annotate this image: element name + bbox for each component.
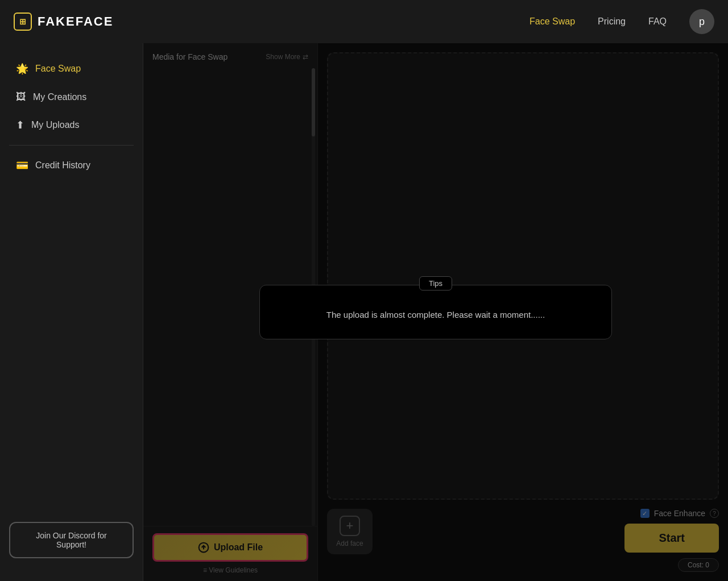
sidebar-item-my-uploads[interactable]: ⬆ My Uploads bbox=[9, 111, 134, 139]
discord-button[interactable]: Join Our Discord for Support! bbox=[9, 522, 134, 558]
tips-modal-header: Tips bbox=[419, 276, 452, 290]
sidebar-item-credit-history[interactable]: 💳 Credit History bbox=[9, 151, 134, 180]
main-layout: 🌟 Face Swap 🖼 My Creations ⬆ My Uploads … bbox=[0, 43, 728, 581]
sidebar-item-face-swap[interactable]: 🌟 Face Swap bbox=[9, 55, 134, 83]
nav-faq[interactable]: FAQ bbox=[648, 16, 667, 27]
sidebar-item-face-swap-label: Face Swap bbox=[35, 64, 81, 74]
face-swap-icon: 🌟 bbox=[16, 63, 28, 75]
logo-icon: ⊞ bbox=[14, 13, 32, 31]
logo-area: ⊞ FAKEFACE bbox=[14, 13, 113, 31]
nav-links: Face Swap Pricing FAQ p bbox=[530, 9, 714, 34]
sidebar: 🌟 Face Swap 🖼 My Creations ⬆ My Uploads … bbox=[0, 43, 143, 581]
tips-message: The upload is almost complete. Please wa… bbox=[277, 308, 594, 322]
nav-pricing[interactable]: Pricing bbox=[598, 16, 626, 27]
sidebar-item-my-uploads-label: My Uploads bbox=[31, 120, 79, 130]
header: ⊞ FAKEFACE Face Swap Pricing FAQ p bbox=[0, 0, 728, 43]
logo-text: FAKEFACE bbox=[38, 14, 113, 29]
uploads-icon: ⬆ bbox=[16, 119, 24, 131]
sidebar-item-my-creations-label: My Creations bbox=[33, 92, 86, 102]
sidebar-bottom: Join Our Discord for Support! bbox=[9, 522, 134, 570]
user-avatar[interactable]: p bbox=[689, 9, 714, 34]
creations-icon: 🖼 bbox=[16, 91, 26, 103]
tips-modal: Tips The upload is almost complete. Plea… bbox=[259, 285, 612, 339]
credit-icon: 💳 bbox=[16, 159, 28, 172]
content-area: Media for Face Swap Show More ⇄ bbox=[143, 43, 728, 581]
tips-modal-body: The upload is almost complete. Please wa… bbox=[260, 285, 611, 339]
sidebar-divider bbox=[9, 145, 134, 146]
sidebar-item-my-creations[interactable]: 🖼 My Creations bbox=[9, 83, 134, 111]
sidebar-item-credit-label: Credit History bbox=[35, 160, 90, 171]
modal-overlay[interactable]: Tips The upload is almost complete. Plea… bbox=[143, 43, 728, 581]
nav-face-swap[interactable]: Face Swap bbox=[530, 16, 575, 27]
